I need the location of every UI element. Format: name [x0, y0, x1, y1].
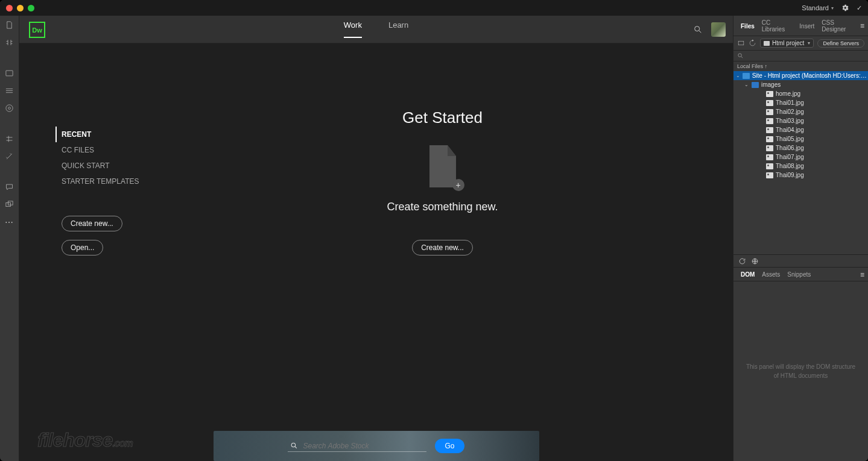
maximize-window-button[interactable]: [28, 5, 34, 11]
right-panels: Files CC Libraries Insert CSS Designer ≡…: [733, 16, 868, 461]
ftp-connect-icon[interactable]: [737, 39, 745, 47]
image-file-icon: [766, 127, 773, 133]
tab-learn[interactable]: Learn: [388, 20, 408, 38]
panel-tab-insert[interactable]: Insert: [796, 22, 818, 31]
search-icon: [290, 442, 298, 450]
get-started-subtitle: Create something new.: [387, 201, 498, 213]
create-new-button[interactable]: Create new...: [62, 216, 122, 231]
file-label: Thai02.jpg: [776, 108, 804, 115]
refresh-icon[interactable]: [738, 257, 746, 265]
project-selector[interactable]: Html project ▾: [760, 39, 814, 48]
preferences-icon[interactable]: [5, 104, 14, 113]
chevron-down-icon: ▾: [808, 40, 810, 46]
tree-folder-images[interactable]: ⌄ images: [733, 80, 868, 89]
folder-icon: [764, 41, 770, 46]
project-name: Html project: [772, 40, 804, 46]
svg-point-2: [8, 107, 11, 110]
user-avatar[interactable]: [711, 22, 726, 37]
workspace-selector[interactable]: Standard ▾: [802, 4, 834, 11]
tree-site-root[interactable]: ⌄ Site - Html project (Macintosh HD:User…: [733, 71, 868, 80]
get-started-pane: Get Started + Create something new. Crea…: [152, 43, 733, 461]
file-label: Thai09.jpg: [776, 172, 804, 178]
search-icon: [737, 52, 744, 59]
open-button[interactable]: Open...: [62, 240, 103, 256]
svg-rect-7: [738, 41, 744, 45]
get-started-title: Get Started: [402, 108, 483, 127]
tree-file[interactable]: Thai04.jpg: [733, 125, 868, 134]
tab-work[interactable]: Work: [344, 20, 362, 38]
panel-tab-assets[interactable]: Assets: [758, 270, 784, 279]
tree-file[interactable]: Thai08.jpg: [733, 162, 868, 171]
file-label: home.jpg: [776, 90, 800, 97]
site-folder-icon: [743, 73, 749, 79]
panel-tab-cclibraries[interactable]: CC Libraries: [758, 18, 796, 34]
more-tools-icon[interactable]: ⋯: [5, 218, 14, 227]
tree-file[interactable]: Thai06.jpg: [733, 143, 868, 152]
dom-empty-message: This panel will display the DOM structur…: [733, 281, 868, 461]
site-label: Site - Html project (Macintosh HD:Users:…: [752, 72, 868, 79]
new-document-icon: +: [425, 145, 461, 187]
image-file-icon: [766, 163, 773, 169]
workspace-label: Standard: [802, 4, 829, 11]
app-window: Standard ▾ ✓ ⋯ Dw: [0, 0, 868, 461]
content-area: RECENT CC FILES QUICK START STARTER TEMP…: [19, 43, 733, 461]
file-label: Thai06.jpg: [776, 145, 804, 151]
file-tree: ⌄ Site - Html project (Macintosh HD:User…: [733, 71, 868, 254]
split-horizontal-icon[interactable]: [5, 86, 14, 95]
plus-badge-icon: +: [452, 179, 464, 191]
file-label: Thai01.jpg: [776, 99, 804, 106]
sync-check-icon[interactable]: ✓: [857, 4, 862, 12]
tree-file[interactable]: Thai09.jpg: [733, 171, 868, 180]
files-filter-input[interactable]: [744, 52, 864, 59]
adobe-stock-banner: Go: [214, 431, 539, 461]
code-view-icon[interactable]: [5, 69, 14, 78]
svg-point-1: [6, 105, 13, 111]
svg-point-5: [695, 26, 700, 31]
tree-file[interactable]: Thai07.jpg: [733, 152, 868, 162]
tree-file[interactable]: Thai05.jpg: [733, 134, 868, 143]
titlebar-right: Standard ▾ ✓: [802, 4, 862, 12]
panel-menu-icon[interactable]: ≡: [860, 271, 864, 279]
related-files-icon[interactable]: [5, 200, 14, 209]
left-toolbar: ⋯: [0, 16, 19, 461]
sync-icon[interactable]: [749, 39, 756, 47]
panel-tab-cssdesigner[interactable]: CSS Designer: [818, 18, 860, 34]
adobe-stock-search-input[interactable]: [303, 442, 424, 450]
tree-file[interactable]: Thai01.jpg: [733, 98, 868, 107]
file-label: Thai03.jpg: [776, 118, 804, 124]
main-area: Dw Work Learn RECENT CC FILES QUICK STAR…: [19, 16, 733, 461]
adobe-stock-go-button[interactable]: Go: [435, 439, 464, 453]
topbar: Dw Work Learn: [19, 16, 733, 43]
close-window-button[interactable]: [6, 5, 13, 11]
panel-tab-files[interactable]: Files: [737, 22, 758, 31]
image-file-icon: [766, 109, 773, 115]
svg-point-8: [738, 54, 742, 57]
comment-icon[interactable]: [5, 183, 14, 192]
local-files-label: Local Files ↑: [733, 61, 868, 71]
adobe-stock-search[interactable]: [288, 441, 426, 452]
files-toolbar: Html project ▾ Define Servers: [733, 36, 868, 51]
panel-tab-snippets[interactable]: Snippets: [784, 270, 814, 279]
watermark: filehorse.com: [37, 429, 133, 451]
settings-gear-icon[interactable]: [841, 4, 849, 12]
globe-icon[interactable]: [751, 257, 759, 265]
main-tabs: Work Learn: [344, 20, 408, 38]
create-new-center-button[interactable]: Create new...: [412, 240, 473, 256]
live-view-icon[interactable]: [5, 38, 14, 47]
tree-file[interactable]: Thai02.jpg: [733, 107, 868, 116]
tree-file[interactable]: Thai03.jpg: [733, 116, 868, 125]
dom-panel-tabs: DOM Assets Snippets ≡: [733, 268, 868, 281]
define-servers-button[interactable]: Define Servers: [817, 39, 864, 48]
search-icon[interactable]: [693, 25, 703, 34]
wand-icon[interactable]: [5, 152, 14, 161]
panel-menu-icon[interactable]: ≡: [860, 22, 864, 30]
minimize-window-button[interactable]: [17, 5, 24, 11]
panel-tab-dom[interactable]: DOM: [737, 270, 758, 279]
titlebar: Standard ▾ ✓: [0, 0, 868, 16]
file-management-icon[interactable]: [5, 20, 14, 30]
file-label: Thai08.jpg: [776, 163, 804, 169]
topbar-right: [693, 22, 726, 37]
extract-icon[interactable]: [5, 134, 14, 143]
file-label: Thai05.jpg: [776, 136, 804, 142]
tree-file[interactable]: home.jpg: [733, 89, 868, 98]
